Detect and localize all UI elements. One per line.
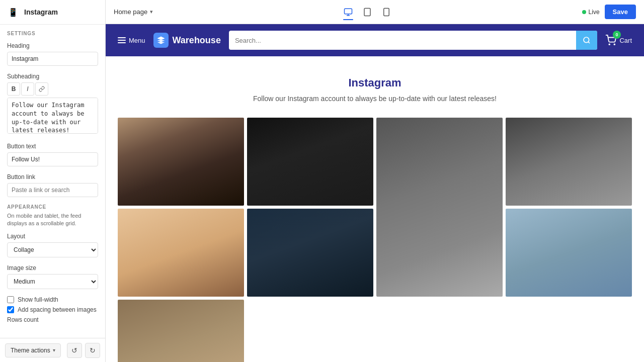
panel-title: Instagram bbox=[24, 8, 58, 16]
svg-point-7 bbox=[584, 37, 589, 43]
show-full-width-row: Show full-width bbox=[7, 296, 98, 303]
store-logo[interactable]: Warehouse bbox=[153, 33, 221, 48]
photo-item-4[interactable] bbox=[506, 118, 632, 206]
button-text-input[interactable] bbox=[7, 152, 98, 166]
menu-button[interactable]: Menu bbox=[118, 37, 145, 44]
page-selector[interactable]: Home page ▾ bbox=[114, 8, 153, 16]
subheading-field-group: Subheading B I Follow our Instagram acco… bbox=[7, 73, 98, 136]
settings-content: SETTINGS Heading Subheading B I Follow o… bbox=[0, 25, 105, 338]
live-dot-icon bbox=[582, 10, 586, 14]
hamburger-icon bbox=[118, 37, 126, 43]
photo-item-3[interactable] bbox=[376, 118, 503, 297]
store-header: Menu Warehouse 0 Cart bbox=[106, 24, 644, 56]
search-button[interactable] bbox=[576, 31, 597, 50]
device-mobile-button[interactable] bbox=[378, 4, 394, 20]
appearance-description: On mobile and tablet, the feed displays … bbox=[7, 212, 98, 228]
theme-actions-button[interactable]: Theme actions ▾ bbox=[5, 343, 61, 357]
top-bar: Home page ▾ Live bbox=[106, 0, 644, 24]
photo-item-6[interactable] bbox=[247, 209, 373, 297]
save-button[interactable]: Save bbox=[605, 5, 636, 19]
search-bar bbox=[229, 31, 598, 50]
store-name: Warehouse bbox=[173, 35, 221, 46]
layout-field-group: Layout Collage Grid Highlight bbox=[7, 233, 98, 257]
bottom-bar: Theme actions ▾ ↺ ↻ bbox=[0, 338, 105, 362]
page-selector-chevron-icon: ▾ bbox=[150, 9, 153, 15]
theme-actions-label: Theme actions bbox=[11, 347, 50, 354]
settings-section-label: SETTINGS bbox=[7, 31, 98, 36]
rows-count-field-group: Rows count bbox=[7, 316, 98, 323]
add-spacing-row: Add spacing between images bbox=[7, 306, 98, 313]
panel-header: 📱 Instagram bbox=[0, 0, 105, 25]
cart-label: Cart bbox=[619, 37, 632, 44]
heading-input[interactable] bbox=[7, 52, 98, 66]
device-tablet-button[interactable] bbox=[359, 4, 375, 20]
image-size-select[interactable]: Small Medium Large bbox=[7, 274, 98, 289]
svg-rect-0 bbox=[345, 9, 352, 14]
undo-button[interactable]: ↺ bbox=[67, 343, 82, 358]
photo-item-1[interactable] bbox=[118, 118, 244, 206]
add-spacing-checkbox[interactable] bbox=[7, 306, 14, 313]
button-text-label: Button text bbox=[7, 143, 98, 150]
svg-point-10 bbox=[614, 44, 615, 45]
subheading-toolbar: B I bbox=[7, 82, 98, 96]
instagram-photo-grid bbox=[118, 118, 632, 362]
cart-button[interactable]: 0 Cart bbox=[605, 35, 632, 46]
show-full-width-label[interactable]: Show full-width bbox=[18, 296, 58, 303]
instagram-section: Instagram Follow our Instagram account t… bbox=[106, 56, 644, 362]
logo-icon bbox=[153, 33, 169, 48]
device-desktop-button[interactable] bbox=[340, 4, 356, 20]
redo-button[interactable]: ↻ bbox=[85, 343, 100, 358]
bold-button[interactable]: B bbox=[7, 82, 20, 96]
device-switcher bbox=[340, 4, 394, 20]
search-input[interactable] bbox=[229, 37, 577, 44]
preview-container: Menu Warehouse 0 Cart bbox=[106, 24, 644, 362]
page-label: Home page bbox=[114, 8, 147, 16]
photo-item-7[interactable] bbox=[506, 209, 632, 297]
photo-item-2[interactable] bbox=[247, 118, 373, 206]
settings-panel: 📱 Instagram SETTINGS Heading Subheading … bbox=[0, 0, 106, 362]
link-button[interactable] bbox=[35, 82, 48, 96]
rows-count-label: Rows count bbox=[7, 316, 98, 323]
button-text-field-group: Button text bbox=[7, 143, 98, 166]
heading-field-group: Heading bbox=[7, 42, 98, 66]
undo-icon: ↺ bbox=[71, 346, 77, 354]
layout-select[interactable]: Collage Grid Highlight bbox=[7, 242, 98, 257]
top-right-area: Live Save bbox=[582, 5, 636, 19]
svg-line-8 bbox=[589, 42, 590, 43]
instagram-subtitle: Follow our Instagram account to always b… bbox=[118, 95, 632, 103]
live-label: Live bbox=[589, 9, 600, 16]
show-full-width-checkbox[interactable] bbox=[7, 296, 14, 303]
layout-label: Layout bbox=[7, 233, 98, 240]
appearance-section: APPEARANCE On mobile and tablet, the fee… bbox=[7, 204, 98, 323]
theme-actions-chevron-icon: ▾ bbox=[53, 347, 55, 353]
italic-button[interactable]: I bbox=[21, 82, 34, 96]
image-size-label: Image size bbox=[7, 264, 98, 272]
svg-point-9 bbox=[609, 44, 610, 45]
heading-label: Heading bbox=[7, 42, 98, 49]
subheading-label: Subheading bbox=[7, 73, 98, 80]
image-size-field-group: Image size Small Medium Large bbox=[7, 264, 98, 289]
preview-area: Menu Warehouse 0 Cart bbox=[106, 24, 644, 362]
history-buttons: ↺ ↻ bbox=[67, 343, 100, 358]
main-area: Home page ▾ Live bbox=[106, 0, 644, 362]
subheading-textarea[interactable]: Follow our Instagram account to always b… bbox=[7, 98, 98, 134]
photo-item-8[interactable] bbox=[118, 300, 244, 362]
back-button[interactable]: 📱 bbox=[7, 6, 19, 18]
redo-icon: ↻ bbox=[90, 346, 96, 354]
photo-item-5[interactable] bbox=[118, 209, 244, 297]
add-spacing-label[interactable]: Add spacing between images bbox=[18, 306, 97, 313]
cart-badge: 0 bbox=[613, 31, 621, 39]
button-link-input[interactable] bbox=[7, 183, 98, 197]
button-link-field-group: Button link bbox=[7, 173, 98, 197]
appearance-label: APPEARANCE bbox=[7, 204, 98, 210]
button-link-label: Button link bbox=[7, 173, 98, 180]
live-badge: Live bbox=[582, 9, 600, 16]
instagram-title: Instagram bbox=[118, 76, 632, 89]
menu-label: Menu bbox=[129, 37, 145, 44]
